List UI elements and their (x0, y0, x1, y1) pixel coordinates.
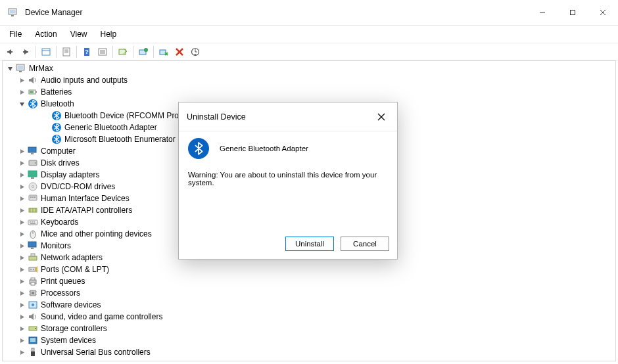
uninstall-button[interactable]: Uninstall (285, 237, 334, 251)
tree-item[interactable]: Ports (COM & LPT) (3, 263, 615, 275)
menu-help[interactable]: Help (94, 27, 124, 41)
toolbar-help-icon[interactable]: ? (80, 45, 94, 59)
tree-item[interactable]: Software devices (3, 299, 615, 311)
chevron-right-icon[interactable] (17, 194, 26, 203)
software-icon (28, 300, 38, 310)
svg-rect-47 (34, 196, 36, 198)
computer-icon (16, 63, 26, 74)
tree-item-label: Microsoft Bluetooth Enumerator (64, 135, 176, 144)
bluetooth-icon (51, 134, 62, 145)
menu-action[interactable]: Action (28, 27, 63, 41)
svg-rect-46 (32, 196, 34, 198)
speaker-icon (28, 75, 38, 85)
dialog-device-name: Generic Bluetooth Adapter (220, 145, 308, 152)
chevron-right-icon[interactable] (17, 76, 26, 85)
storage-icon (28, 323, 38, 334)
svg-point-65 (33, 269, 34, 270)
tree-item-label: Display adapters (41, 170, 99, 179)
toolbar-show-hidden-icon[interactable] (39, 45, 53, 59)
tree-item[interactable]: Storage controllers (3, 323, 615, 334)
svg-rect-8 (23, 51, 28, 53)
tree-item[interactable]: Sound, video and game controllers (3, 311, 615, 323)
display-icon (28, 170, 38, 180)
tree-item[interactable]: System devices (3, 334, 615, 346)
svg-rect-1 (10, 10, 15, 13)
tree-item[interactable]: Processors (3, 287, 615, 299)
maximize-button[interactable] (558, 0, 588, 25)
port-icon (28, 264, 38, 275)
svg-rect-2 (11, 15, 14, 16)
chevron-right-icon[interactable] (17, 288, 26, 298)
toolbar-properties-icon[interactable] (59, 45, 74, 59)
tree-item-label: Storage controllers (41, 324, 107, 333)
tree-item-label: Audio inputs and outputs (41, 76, 128, 85)
svg-rect-36 (28, 147, 36, 152)
chevron-right-icon[interactable] (17, 158, 26, 168)
chevron-right-icon[interactable] (17, 300, 26, 309)
svg-text:?: ? (85, 49, 89, 55)
svg-point-64 (30, 269, 32, 270)
tree-root-label: MrMax (29, 64, 53, 73)
svg-rect-63 (29, 267, 36, 271)
minimize-button[interactable] (527, 0, 558, 25)
chevron-right-icon[interactable] (17, 182, 26, 191)
chevron-down-icon[interactable] (5, 64, 14, 73)
tree-item-label: DVD/CD-ROM drives (41, 182, 115, 191)
toolbar-back-icon[interactable] (3, 45, 17, 59)
toolbar-scan-changes-icon[interactable] (188, 45, 202, 59)
tree-item-label: Keyboards (41, 217, 78, 227)
network-icon (28, 252, 38, 263)
svg-rect-21 (119, 49, 126, 55)
tree-item[interactable]: Batteries (3, 86, 615, 98)
monitor-icon (28, 146, 38, 156)
monitor-icon (28, 240, 38, 251)
toolbar-forward-icon[interactable] (18, 45, 33, 59)
svg-rect-40 (28, 171, 37, 177)
tree-item-label: Human Interface Devices (41, 194, 130, 203)
chevron-right-icon[interactable] (17, 87, 26, 97)
uninstall-dialog: Uninstall Device Generic Bluetooth Adapt… (178, 102, 398, 260)
svg-rect-30 (36, 91, 37, 93)
tree-root[interactable]: MrMax (3, 62, 615, 74)
chevron-right-icon[interactable] (17, 277, 26, 286)
window-title: Device Manager (25, 8, 82, 17)
tree-item[interactable]: Print queues (3, 275, 615, 287)
toolbar-disable-icon[interactable] (156, 45, 171, 59)
close-button[interactable] (588, 0, 618, 25)
toolbar-update-driver-icon[interactable] (136, 45, 151, 59)
chevron-right-icon[interactable] (17, 336, 26, 345)
chevron-right-icon[interactable] (17, 170, 26, 179)
svg-rect-55 (34, 221, 35, 223)
toolbar-scan-icon[interactable] (116, 45, 130, 59)
hid-icon (28, 193, 38, 204)
chevron-down-icon[interactable] (17, 99, 26, 108)
toolbar-list-icon[interactable] (95, 45, 110, 59)
chevron-right-icon[interactable] (17, 147, 26, 156)
menu-view[interactable]: View (64, 27, 94, 41)
cancel-button[interactable]: Cancel (341, 237, 389, 251)
tree-item-label: Bluetooth (41, 99, 74, 108)
printer-icon (28, 276, 38, 286)
svg-point-76 (32, 304, 34, 306)
chevron-right-icon[interactable] (17, 229, 26, 239)
tree-item-label: Network adapters (41, 253, 103, 262)
chevron-right-icon[interactable] (17, 253, 26, 262)
menubar: File Action View Help (0, 25, 618, 43)
chevron-right-icon[interactable] (17, 324, 26, 333)
chevron-right-icon[interactable] (17, 206, 26, 215)
chevron-right-icon[interactable] (17, 265, 26, 274)
menu-file[interactable]: File (3, 27, 28, 41)
toolbar: ? (0, 43, 618, 60)
chevron-right-icon[interactable] (17, 217, 26, 227)
battery-icon (28, 87, 38, 97)
svg-rect-67 (31, 278, 35, 280)
svg-rect-80 (30, 338, 36, 340)
dialog-close-icon[interactable] (373, 109, 389, 125)
tree-item[interactable]: Audio inputs and outputs (3, 74, 615, 86)
svg-rect-70 (32, 292, 34, 294)
chevron-right-icon[interactable] (17, 348, 26, 357)
chevron-right-icon[interactable] (17, 241, 26, 250)
toolbar-uninstall-icon[interactable] (172, 45, 187, 59)
tree-item[interactable]: Universal Serial Bus controllers (3, 346, 615, 358)
chevron-right-icon[interactable] (17, 312, 26, 321)
